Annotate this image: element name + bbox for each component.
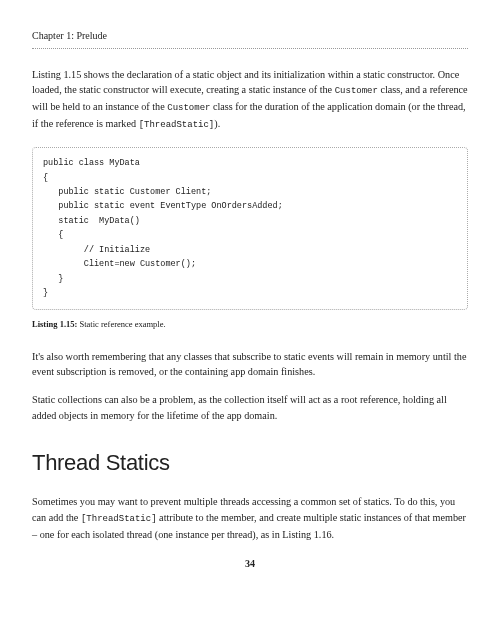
text: ).: [214, 118, 220, 129]
inline-code: [ThreadStatic]: [81, 514, 157, 524]
chapter-header: Chapter 1: Prelude: [32, 28, 468, 49]
code-listing: public class MyData { public static Cust…: [32, 147, 468, 309]
listing-text: Static reference example.: [77, 319, 165, 329]
page-number: 34: [32, 556, 468, 572]
inline-code: [ThreadStatic]: [139, 120, 215, 130]
paragraph-3: Static collections can also be a problem…: [32, 392, 468, 424]
listing-caption: Listing 1.15: Static reference example.: [32, 318, 468, 331]
paragraph-1: Listing 1.15 shows the declaration of a …: [32, 67, 468, 134]
paragraph-4: Sometimes you may want to prevent multip…: [32, 494, 468, 543]
paragraph-2: It's also worth remembering that any cla…: [32, 349, 468, 381]
listing-label: Listing 1.15:: [32, 319, 77, 329]
inline-code: Customer: [167, 103, 210, 113]
section-heading: Thread Statics: [32, 446, 468, 480]
inline-code: Customer: [335, 86, 378, 96]
